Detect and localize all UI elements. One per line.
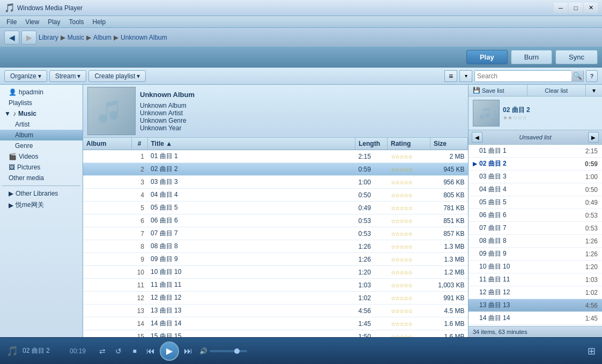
- table-row[interactable]: 1 01 曲目 1 2:15 ☆☆☆☆☆ 2 MB: [83, 150, 468, 163]
- sidebar-item-other-media[interactable]: Other media: [0, 173, 83, 183]
- mute-icon[interactable]: 🔊: [199, 347, 207, 355]
- view-options-button[interactable]: ≡: [444, 70, 457, 82]
- col-album[interactable]: Album: [83, 138, 131, 150]
- cell-album: [83, 292, 131, 304]
- maximize-button[interactable]: □: [569, 3, 583, 13]
- playlist-back-button[interactable]: ◀: [472, 132, 482, 143]
- table-row[interactable]: 8 08 曲目 8 1:26 ☆☆☆☆☆ 1.3 MB: [83, 240, 468, 253]
- cell-length: 1:50: [355, 330, 388, 338]
- playlist-item[interactable]: 12 曲目 12 1:02: [469, 286, 602, 299]
- col-num[interactable]: #: [131, 138, 147, 150]
- playlist-item-name: 10 曲目 10: [479, 262, 585, 271]
- organize-button[interactable]: Organize ▾: [4, 70, 47, 82]
- table-row[interactable]: 10 10 曲目 10 1:20 ☆☆☆☆☆ 1.2 MB: [83, 266, 468, 279]
- cell-length: 1:26: [355, 240, 388, 253]
- col-rating[interactable]: Rating: [388, 138, 430, 150]
- repeat-button[interactable]: ↺: [112, 344, 125, 358]
- col-length[interactable]: Length: [355, 138, 388, 150]
- cell-title: 15 曲目 15: [147, 330, 355, 338]
- breadcrumb-library[interactable]: Library: [39, 34, 58, 41]
- table-row[interactable]: 7 07 曲目 7 0:53 ☆☆☆☆☆ 857 KB: [83, 227, 468, 240]
- cell-rating: ☆☆☆☆☆: [388, 266, 430, 279]
- search-input[interactable]: [475, 71, 571, 81]
- sync-tab[interactable]: Sync: [555, 50, 598, 64]
- playlist-item[interactable]: 10 曲目 10 1:20: [469, 261, 602, 273]
- cell-num: 15: [131, 330, 147, 338]
- search-button[interactable]: 🔍: [571, 70, 583, 82]
- playlist-item[interactable]: 04 曲目 4 0:50: [469, 183, 602, 196]
- playlist-panel[interactable]: 01 曲目 1 2:15 ▶ 02 曲目 2 0:59 03 曲目 3 1:00…: [469, 145, 602, 326]
- sidebar-item-genre[interactable]: Genre: [0, 140, 83, 151]
- album-header: Unknown Album Unknown Album Unknown Arti…: [83, 85, 468, 138]
- sidebar-category-music[interactable]: ▼ ♪ Music: [0, 108, 83, 119]
- help-button[interactable]: ?: [586, 70, 598, 82]
- sidebar-item-playlists[interactable]: Playlists: [0, 98, 83, 108]
- play-tab[interactable]: Play: [466, 50, 508, 64]
- view-mode-button[interactable]: ⊞: [588, 345, 596, 357]
- playlist-item[interactable]: 07 曲目 7 0:53: [469, 222, 602, 235]
- menu-file[interactable]: File: [2, 17, 21, 27]
- stop-button[interactable]: ■: [128, 344, 142, 358]
- menu-play[interactable]: Play: [43, 17, 64, 27]
- stream-button[interactable]: Stream ▾: [49, 70, 87, 82]
- playlist-item[interactable]: 03 曲目 3 1:00: [469, 170, 602, 183]
- col-size[interactable]: Size: [430, 138, 468, 150]
- playlist-item[interactable]: 13 曲目 13 4:56: [469, 299, 602, 312]
- minimize-button[interactable]: ─: [554, 3, 568, 13]
- sidebar-item-pictures[interactable]: 🖼 Pictures: [0, 162, 83, 173]
- sidebar-item-album[interactable]: Album: [0, 130, 83, 140]
- playlist-forward-button[interactable]: ▶: [588, 132, 599, 143]
- sidebar-item-user[interactable]: 👤 hpadmin: [0, 87, 83, 98]
- table-row[interactable]: 5 05 曲目 5 0:49 ☆☆☆☆☆ 781 KB: [83, 202, 468, 214]
- playlist-item[interactable]: 01 曲目 1 2:15: [469, 145, 602, 158]
- playlist-item[interactable]: 08 曲目 8 1:26: [469, 235, 602, 248]
- col-title[interactable]: Title ▲: [147, 138, 355, 150]
- playlist-item[interactable]: 06 曲目 6 0:53: [469, 209, 602, 222]
- sidebar-item-artist[interactable]: Artist: [0, 119, 83, 130]
- playlist-item[interactable]: 05 曲目 5 0:49: [469, 196, 602, 209]
- menu-tools[interactable]: Tools: [64, 17, 88, 27]
- play-button[interactable]: ▶: [160, 341, 179, 361]
- breadcrumb-unknown-album[interactable]: Unknown Album: [121, 34, 167, 41]
- forward-button[interactable]: ▶: [21, 31, 36, 44]
- playlist-item[interactable]: 09 曲目 9 1:26: [469, 248, 602, 261]
- playlist-item[interactable]: ▶ 02 曲目 2 0:59: [469, 158, 602, 170]
- table-row[interactable]: 15 15 曲目 15 1:50 ☆☆☆☆☆ 1.6 MB: [83, 330, 468, 338]
- table-row[interactable]: 11 11 曲目 11 1:03 ☆☆☆☆☆ 1,003 KB: [83, 279, 468, 292]
- right-options-button[interactable]: ▾: [586, 85, 602, 96]
- burn-tab[interactable]: Burn: [511, 50, 552, 64]
- sidebar-item-videos[interactable]: 🎬 Videos: [0, 151, 83, 162]
- clear-list-button[interactable]: Clear list: [527, 85, 586, 96]
- shuffle-button[interactable]: ⇄: [95, 344, 109, 358]
- player-track-name: 02 曲目 2: [23, 346, 65, 355]
- cell-length: 0:50: [355, 189, 388, 202]
- breadcrumb-music[interactable]: Music: [68, 34, 84, 41]
- create-playlist-button[interactable]: Create playlist ▾: [88, 70, 146, 82]
- table-row[interactable]: 4 04 曲目 4 0:50 ☆☆☆☆☆ 805 KB: [83, 189, 468, 202]
- sidebar-item-other-libraries[interactable]: ▶ Other Libraries: [0, 188, 83, 199]
- menu-view[interactable]: View: [21, 17, 43, 27]
- track-table-container[interactable]: Album # Title ▲ Length Rating Size 1 01 …: [83, 138, 468, 337]
- table-row[interactable]: 9 09 曲目 9 1:26 ☆☆☆☆☆ 1.3 MB: [83, 253, 468, 266]
- view-toggle-button[interactable]: ▾: [459, 70, 472, 82]
- next-button[interactable]: ⏭: [181, 344, 195, 358]
- table-row[interactable]: 3 03 曲目 3 1:00 ☆☆☆☆☆ 956 KB: [83, 176, 468, 189]
- table-row[interactable]: 13 13 曲目 13 4:56 ☆☆☆☆☆ 4.5 MB: [83, 304, 468, 317]
- prev-button[interactable]: ⏮: [144, 344, 158, 358]
- table-row[interactable]: 12 12 曲目 12 1:02 ☆☆☆☆☆ 991 KB: [83, 292, 468, 304]
- playlist-item[interactable]: 14 曲目 14 1:45: [469, 312, 602, 325]
- playlist-item[interactable]: 11 曲目 11 1:03: [469, 273, 602, 286]
- table-row[interactable]: 2 02 曲目 2 0:59 ☆☆☆☆☆ 945 KB: [83, 163, 468, 176]
- breadcrumb-album[interactable]: Album: [93, 34, 112, 41]
- back-button[interactable]: ◀: [4, 31, 19, 44]
- sidebar-item-gateway[interactable]: ▶ 悦me网关: [0, 199, 83, 211]
- cell-num: 8: [131, 240, 147, 253]
- menu-help[interactable]: Help: [88, 17, 110, 27]
- table-row[interactable]: 14 14 曲目 14 1:45 ☆☆☆☆☆ 1.6 MB: [83, 317, 468, 330]
- volume-slider[interactable]: [210, 350, 247, 352]
- save-list-button[interactable]: 💾 Save list: [469, 85, 527, 96]
- close-button[interactable]: ✕: [584, 3, 598, 13]
- app-title: Windows Media Player: [17, 4, 554, 12]
- table-row[interactable]: 6 06 曲目 6 0:53 ☆☆☆☆☆ 851 KB: [83, 214, 468, 227]
- cell-title: 10 曲目 10: [147, 266, 355, 279]
